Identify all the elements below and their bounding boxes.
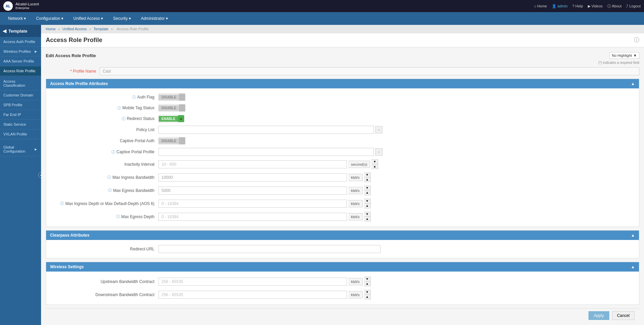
help-icon[interactable]: ⓘ <box>634 37 639 44</box>
profile-name-input[interactable] <box>100 67 639 75</box>
inactivity-up-btn[interactable]: ▲ <box>371 164 378 169</box>
sidebar-item-spb[interactable]: SPB Profile <box>0 100 41 110</box>
sidebar-item-customer-domain[interactable]: Customer Domain <box>0 90 41 100</box>
sidebar-item-access-class[interactable]: Access Classification <box>0 76 41 90</box>
max-ingress-bw-info-icon: ⓘ <box>107 175 111 180</box>
captive-auth-toggle-dot <box>179 137 185 144</box>
max-ingress-bw-up-btn[interactable]: ▲ <box>364 177 370 182</box>
redirect-toggle-label: ENABLE <box>159 116 178 122</box>
upstream-bw-up-btn[interactable]: ▲ <box>364 282 370 286</box>
wireless-collapse-icon: ▲ <box>631 265 635 269</box>
breadcrumb-sep1: » <box>58 27 60 31</box>
max-ingress-bw-down-btn[interactable]: ▼ <box>364 173 370 177</box>
policy-list-add-btn[interactable]: - <box>375 126 383 133</box>
sidebar-item-aaa-server[interactable]: AAA Server Profile <box>0 56 41 66</box>
redirect-toggle-dot: ● <box>178 115 184 122</box>
redirect-status-label: Redirect Status <box>127 116 154 121</box>
cancel-button[interactable]: Cancel <box>612 311 635 320</box>
captive-portal-profile-add-btn[interactable]: - <box>375 148 383 156</box>
arrow-icon: ► <box>34 49 38 53</box>
apply-button[interactable]: Apply <box>588 311 609 320</box>
section-access-role-header[interactable]: Access Role Profile Attributes ▲ <box>46 79 639 88</box>
breadcrumb-unified[interactable]: Unified Access <box>63 27 87 31</box>
auth-flag-toggle[interactable]: DISABLE <box>158 93 185 101</box>
max-egress-bw-unit: kbit/s <box>348 187 363 194</box>
sidebar-item-static-service[interactable]: Static Service <box>0 120 41 129</box>
captive-portal-profile-input[interactable] <box>158 148 374 156</box>
section-wireless: Wireless Settings ▲ Upstream Bandwidth C… <box>46 262 639 305</box>
admin-link[interactable]: 👤 admin <box>552 4 568 8</box>
form-row-auth-flag: ⓘ Auth Flag DISABLE <box>46 92 639 103</box>
max-egress-depth-info-icon: ⓘ <box>116 214 120 219</box>
captive-profile-info-icon: ⓘ <box>111 150 115 155</box>
nav-unified-access[interactable]: Unified Access ▾ <box>69 13 108 24</box>
layout: ◀ Template Access Auth Profile Wireless … <box>0 25 644 325</box>
topbar-links: ⌂ Home 👤 admin ? Help ▶ Videos ⓘ About ⤴… <box>534 4 641 9</box>
sidebar-item-access-auth[interactable]: Access Auth Profile <box>0 37 41 47</box>
downstream-bw-input[interactable] <box>158 291 347 299</box>
breadcrumb-sep2: » <box>89 27 91 31</box>
about-link[interactable]: ⓘ About <box>607 4 621 9</box>
inactivity-input[interactable] <box>158 160 347 168</box>
max-egress-depth-input[interactable] <box>158 213 347 221</box>
sidebar-item-far-end[interactable]: Far End IP <box>0 110 41 120</box>
mobile-tag-toggle[interactable]: DISABLE <box>158 104 185 112</box>
home-link[interactable]: ⌂ Home <box>534 4 547 8</box>
breadcrumb: Home » Unified Access » Template » Acces… <box>41 25 644 33</box>
form-row-max-egress-bw: ⓘ Max Egress Bandwidth kbit/s ▼ ▲ <box>46 184 639 197</box>
help-link[interactable]: ? Help <box>572 4 583 8</box>
form-row-max-ingress-depth: ⓘ Max Ingress Depth or Max Default-Depth… <box>46 197 639 210</box>
max-ingress-depth-down-btn[interactable]: ▼ <box>364 199 370 204</box>
max-ingress-bw-input[interactable] <box>158 173 347 181</box>
max-egress-bw-input[interactable] <box>158 187 347 195</box>
upstream-bw-input[interactable] <box>158 278 347 286</box>
policy-list-label: Policy List <box>136 127 154 132</box>
sidebar-item-vxlan[interactable]: VXLAN Profile <box>0 129 41 139</box>
inactivity-down-btn[interactable]: ▼ <box>371 160 378 164</box>
section-wireless-body: Upstream Bandwidth Contract kbit/s ▼ ▲ <box>46 272 639 304</box>
auth-flag-label: Auth Flag <box>137 95 154 99</box>
sidebar-item-access-role[interactable]: Access Role Profile <box>0 66 41 76</box>
mobile-tag-toggle-dot <box>179 105 185 111</box>
nav-security[interactable]: Security ▾ <box>108 13 136 24</box>
redirect-status-toggle[interactable]: ENABLE ● <box>158 115 184 122</box>
nav-configuration[interactable]: Configuration ▾ <box>31 13 68 24</box>
back-arrow-icon: ◀ <box>3 28 6 34</box>
section-clearpass-header[interactable]: Clearpass Attributes ▲ <box>46 231 639 240</box>
highlight-select[interactable]: No Highlight ▼ <box>609 52 639 59</box>
sidebar-item-global-config[interactable]: Global Configuration ► <box>0 143 41 156</box>
videos-link[interactable]: ▶ Videos <box>588 4 603 8</box>
nav-network[interactable]: Network ▾ <box>3 13 31 24</box>
redirect-url-input[interactable] <box>158 245 381 253</box>
downstream-bw-down-btn[interactable]: ▼ <box>364 290 370 295</box>
downstream-bw-up-btn[interactable]: ▲ <box>364 295 370 299</box>
logout-link[interactable]: ⤴ Logout <box>626 4 641 8</box>
form-row-downstream-bw: Downstream Bandwidth Contract kbit/s ▼ ▲ <box>46 288 639 301</box>
sidebar-collapse-btn[interactable]: ◀ <box>38 172 41 178</box>
policy-list-input[interactable] <box>158 126 374 134</box>
nav-administrator[interactable]: Administrator ▾ <box>136 13 173 24</box>
max-egress-bw-up-btn[interactable]: ▲ <box>364 191 370 195</box>
max-ingress-depth-up-btn[interactable]: ▲ <box>364 204 370 208</box>
captive-portal-auth-toggle[interactable]: DISABLE <box>158 137 185 145</box>
max-egress-depth-down-btn[interactable]: ▼ <box>364 212 370 217</box>
max-egress-depth-up-btn[interactable]: ▲ <box>364 217 370 221</box>
edit-header: Edit Access Role Profile No Highlight ▼ <box>46 52 639 59</box>
max-ingress-depth-input[interactable] <box>158 200 347 208</box>
breadcrumb-template[interactable]: Template <box>94 27 109 31</box>
section-clearpass-body: Redirect-URL <box>46 240 639 258</box>
max-ingress-bw-unit: kbit/s <box>348 174 363 181</box>
upstream-bw-down-btn[interactable]: ▼ <box>364 277 370 282</box>
section-wireless-header[interactable]: Wireless Settings ▲ <box>46 262 639 272</box>
breadcrumb-home[interactable]: Home <box>46 27 56 31</box>
max-egress-bw-label: Max Egress Bandwidth <box>113 188 154 193</box>
mobile-tag-label: Mobile Tag Status <box>122 106 154 110</box>
downstream-bw-label: Downstream Bandwidth Contract <box>96 292 154 297</box>
collapse-icon: ▲ <box>631 81 635 86</box>
auth-flag-info-icon: ⓘ <box>132 95 136 100</box>
redirect-url-label: Redirect-URL <box>130 247 154 251</box>
max-ingress-depth-unit: kbit/s <box>348 200 363 207</box>
sidebar-header[interactable]: ◀ Template <box>0 25 41 37</box>
max-egress-bw-down-btn[interactable]: ▼ <box>364 186 370 191</box>
sidebar-item-wireless-profiles[interactable]: Wireless Profiles ► <box>0 47 41 56</box>
